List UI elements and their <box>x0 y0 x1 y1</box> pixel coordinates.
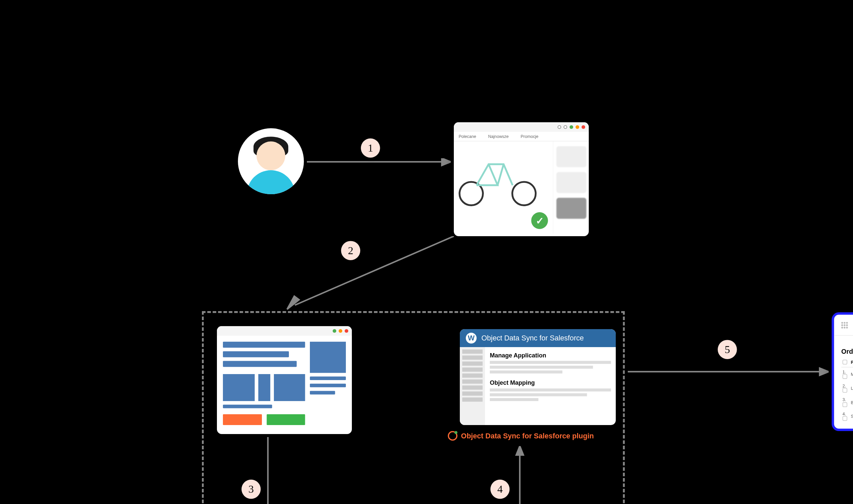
product-window: Polecane Najnowsze Promocje ✓ <box>454 122 589 236</box>
svg-marker-25 <box>516 446 523 455</box>
arrow-5 <box>628 367 829 379</box>
bicycle-image <box>459 152 536 206</box>
step-badge-4: 4 <box>491 480 510 499</box>
sync-icon <box>448 431 458 441</box>
salesforce-window: Service Home Chatter Accounts ▾ Salesfor… <box>832 312 853 431</box>
svg-line-2 <box>295 236 454 305</box>
product-tab: Promocje <box>521 134 538 139</box>
check-icon: ✓ <box>531 212 548 229</box>
step-badge-2: 2 <box>341 241 360 260</box>
table-row: 4. Shoes0115$Old townCOD <box>841 409 853 424</box>
table-row: 1. Mobile01150$Street 01COD <box>841 367 853 382</box>
user-icon <box>238 128 304 194</box>
svg-marker-27 <box>820 368 829 375</box>
svg-marker-1 <box>442 158 451 165</box>
checkout-window <box>217 326 352 434</box>
wp-plugin-title: Object Data Sync for Salesforce <box>481 334 584 342</box>
arrow-1 <box>307 158 451 170</box>
diagram-canvas: 1 Polecane Najnowsze Promocje ✓ 2 <box>190 110 853 504</box>
product-tab: Najnowsze <box>488 134 509 139</box>
arrow-3 <box>265 437 403 504</box>
sf-orders-table: Product Qty Price Address Mode of Pay 1.… <box>841 357 853 424</box>
sf-page-title: Order Details <box>834 345 853 357</box>
wp-section-heading: Object Mapping <box>490 379 611 386</box>
wp-plugin-caption: Object Data Sync for Salesforce plugin <box>448 431 594 441</box>
svg-marker-3 <box>287 296 299 309</box>
wp-plugin-window: W Object Data Sync for Salesforce Manage… <box>460 329 616 425</box>
table-row: 2. Laptop013500$Gold plazaNet banking <box>841 381 853 395</box>
app-launcher-icon <box>841 322 848 328</box>
table-row: 3. Bag0520$Diamond heightsCOD <box>841 395 853 409</box>
step-badge-3: 3 <box>242 480 261 499</box>
step-badge-1: 1 <box>361 139 380 158</box>
wp-section-heading: Manage Application <box>490 352 611 358</box>
arrow-2 <box>286 236 460 314</box>
step-badge-5: 5 <box>718 340 737 359</box>
wordpress-icon: W <box>466 333 477 343</box>
product-tab: Polecane <box>459 134 476 139</box>
